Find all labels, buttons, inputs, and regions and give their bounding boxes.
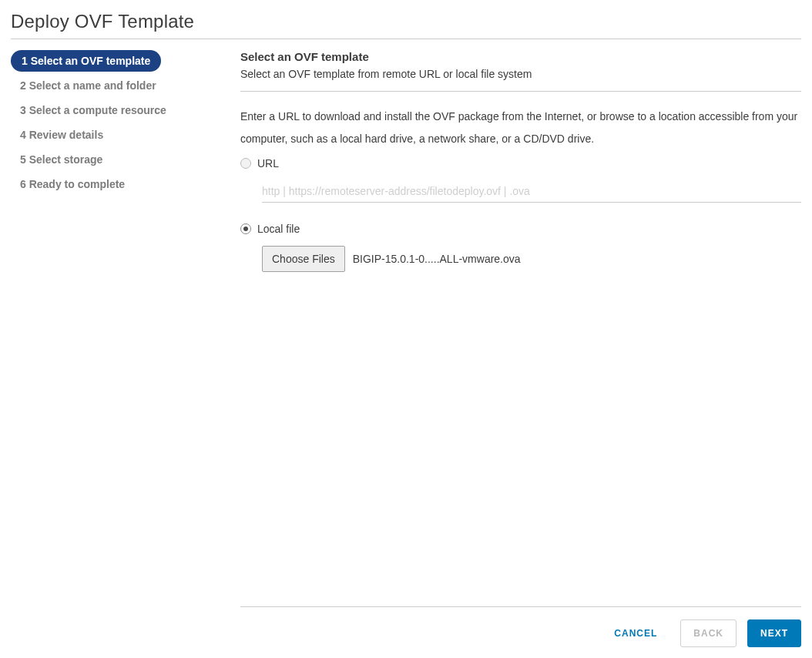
main-panel: Select an OVF template Select an OVF tem… xyxy=(222,50,801,647)
url-option-group: URL xyxy=(240,157,801,207)
local-file-option-group: Local file Choose Files BIGIP-15.0.1-0..… xyxy=(240,223,801,272)
cancel-button[interactable]: CANCEL xyxy=(602,620,669,646)
local-file-radio[interactable] xyxy=(240,223,251,234)
dialog-title: Deploy OVF Template xyxy=(11,8,801,39)
url-input-wrap xyxy=(262,185,801,203)
local-file-option-row[interactable]: Local file xyxy=(240,223,801,235)
main-subtitle: Select an OVF template from remote URL o… xyxy=(240,68,801,80)
main-header: Select an OVF template Select an OVF tem… xyxy=(240,50,801,92)
url-radio[interactable] xyxy=(240,158,251,169)
dialog-content: 1 Select an OVF template 2 Select a name… xyxy=(11,50,801,647)
step-select-compute-resource: 3 Select a compute resource xyxy=(11,99,176,121)
step-select-ovf-template[interactable]: 1 Select an OVF template xyxy=(11,50,161,72)
url-input xyxy=(262,185,801,197)
dialog-footer: CANCEL BACK NEXT xyxy=(240,606,801,647)
spacer xyxy=(240,287,801,606)
next-button[interactable]: NEXT xyxy=(747,619,801,647)
deploy-ovf-dialog: Deploy OVF Template 1 Select an OVF temp… xyxy=(0,0,812,658)
instructions-text: Enter a URL to download and install the … xyxy=(240,106,801,151)
choose-files-button[interactable]: Choose Files xyxy=(262,246,345,272)
url-option-label: URL xyxy=(257,157,279,170)
step-select-storage: 5 Select storage xyxy=(11,149,112,170)
selected-filename: BIGIP-15.0.1-0.....ALL-vmware.ova xyxy=(353,253,521,265)
step-review-details: 4 Review details xyxy=(11,124,112,146)
back-button: BACK xyxy=(680,619,737,647)
file-row: Choose Files BIGIP-15.0.1-0.....ALL-vmwa… xyxy=(262,246,801,272)
step-select-name-folder: 2 Select a name and folder xyxy=(11,75,166,96)
local-file-option-label: Local file xyxy=(257,223,300,235)
wizard-sidebar: 1 Select an OVF template 2 Select a name… xyxy=(11,50,222,647)
step-ready-complete: 6 Ready to complete xyxy=(11,173,134,195)
main-title: Select an OVF template xyxy=(240,50,801,63)
url-option-row[interactable]: URL xyxy=(240,157,801,170)
